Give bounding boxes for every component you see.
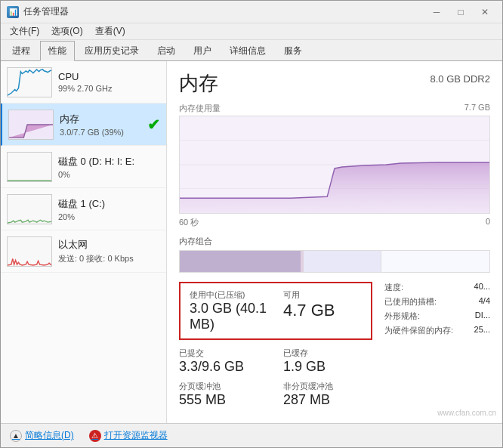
speed-label: 速度:	[384, 282, 403, 293]
memory-checkmark: ✔	[147, 116, 160, 134]
cpu-label: CPU	[58, 71, 160, 82]
menu-view[interactable]: 查看(V)	[89, 23, 131, 39]
main-window: 📊 任务管理器 ─ □ ✕ 文件(F) 选项(O) 查看(V) 进程 性能 应用…	[0, 0, 503, 448]
nonpaged-pool-value: 287 MB	[283, 392, 372, 408]
reserved-value: 25...	[474, 325, 490, 336]
svg-rect-2	[8, 195, 51, 224]
bottom-bar: ▲ 简略信息(D) ⚠ 打开资源监视器	[1, 423, 502, 447]
cached-group: 已缓存 1.9 GB	[283, 348, 372, 375]
disk0-sublabel: 0%	[58, 170, 160, 179]
right-panel: 内存 8.0 GB DDR2 内存使用量 7.7 GB	[167, 61, 502, 423]
memory-chart	[179, 116, 490, 214]
network-graph	[7, 236, 52, 267]
app-icon: 📊	[7, 6, 19, 18]
ethernet-label: 以太网	[58, 238, 160, 252]
form-value: DI...	[475, 311, 490, 322]
slots-label: 已使用的插槽:	[384, 296, 437, 307]
window-controls: ─ □ ✕	[425, 5, 496, 20]
tab-services[interactable]: 服务	[276, 41, 310, 60]
tab-details[interactable]: 详细信息	[221, 41, 274, 60]
composition-bar	[179, 250, 490, 273]
committed-group: 已提交 3.3/9.6 GB	[179, 348, 268, 375]
chart-label-row: 内存使用量 7.7 GB	[179, 103, 490, 114]
memory-sublabel: 3.0/7.7 GB (39%)	[60, 128, 144, 137]
tab-startup[interactable]: 启动	[149, 41, 184, 60]
in-use-group: 使用中(已压缩) 3.0 GB (40.1 MB)	[190, 289, 268, 332]
tabs-bar: 进程 性能 应用历史记录 启动 用户 详细信息 服务	[1, 40, 502, 61]
ethernet-sublabel: 发送: 0 接收: 0 Kbps	[58, 253, 160, 264]
in-use-label: 使用中(已压缩)	[190, 289, 268, 301]
panel-title: 内存	[179, 70, 218, 97]
menu-file[interactable]: 文件(F)	[4, 23, 45, 39]
speed-row: 速度: 40...	[384, 282, 490, 293]
comp-free	[381, 251, 489, 272]
nonpaged-pool-group: 非分页缓冲池 287 MB	[283, 381, 372, 408]
minimize-button[interactable]: ─	[425, 5, 448, 20]
watermark: www.cfan.com.cn	[437, 409, 496, 417]
monitor-label: 打开资源监视器	[104, 429, 168, 442]
form-label: 外形规格:	[384, 311, 420, 322]
stats-area: 使用中(已压缩) 3.0 GB (40.1 MB) 可用 4.7 GB 已提交 …	[179, 282, 490, 416]
cpu-sublabel: 99% 2.70 GHz	[58, 84, 160, 93]
committed-value: 3.3/9.6 GB	[179, 359, 268, 375]
summary-label: 简略信息(D)	[25, 429, 74, 442]
disk0-label: 磁盘 0 (D: H: I: E:	[58, 155, 160, 168]
speed-value: 40...	[474, 282, 490, 293]
title-bar: 📊 任务管理器 ─ □ ✕	[1, 1, 502, 23]
left-stats: 使用中(已压缩) 3.0 GB (40.1 MB) 可用 4.7 GB 已提交 …	[179, 282, 372, 416]
disk1-sublabel: 20%	[58, 212, 160, 221]
main-content: CPU 99% 2.70 GHz 内存 3.0/7.7 GB (39%) ✔	[1, 61, 502, 423]
nonpaged-pool-label: 非分页缓冲池	[283, 381, 372, 392]
slots-value: 4/4	[479, 296, 490, 307]
close-button[interactable]: ✕	[474, 5, 496, 20]
slots-row: 已使用的插槽: 4/4	[384, 296, 490, 307]
memory-graph	[8, 110, 54, 140]
time-left: 60 秒	[179, 217, 199, 228]
panel-header: 内存 8.0 GB DDR2	[179, 70, 490, 97]
paged-pool-label: 分页缓冲池	[179, 381, 268, 392]
paged-pool-group: 分页缓冲池 555 MB	[179, 381, 268, 408]
committed-label: 已提交	[179, 348, 268, 359]
disk1-label: 磁盘 1 (C:)	[58, 197, 160, 211]
tab-users[interactable]: 用户	[185, 41, 220, 60]
time-labels: 60 秒 0	[179, 217, 490, 228]
reserved-row: 为硬件保留的内存: 25...	[384, 325, 490, 336]
available-value: 4.7 GB	[283, 301, 362, 320]
tab-performance[interactable]: 性能	[40, 41, 75, 61]
summary-link[interactable]: ▲ 简略信息(D)	[10, 429, 74, 442]
main-stats-box: 使用中(已压缩) 3.0 GB (40.1 MB) 可用 4.7 GB	[179, 282, 372, 340]
sidebar-item-disk0[interactable]: 磁盘 0 (D: H: I: E: 0%	[1, 146, 166, 188]
monitor-link[interactable]: ⚠ 打开资源监视器	[89, 429, 168, 442]
svg-rect-3	[8, 237, 51, 266]
window-title: 任务管理器	[23, 5, 425, 18]
summary-icon: ▲	[10, 430, 22, 442]
sidebar-item-disk1[interactable]: 磁盘 1 (C:) 20%	[1, 188, 166, 230]
comp-standby	[304, 251, 381, 272]
sidebar-item-ethernet[interactable]: 以太网 发送: 0 接收: 0 Kbps	[1, 230, 166, 273]
usage-max: 7.7 GB	[464, 103, 490, 114]
menu-bar: 文件(F) 选项(O) 查看(V)	[1, 23, 502, 40]
disk1-graph	[7, 194, 52, 224]
composition-label: 内存组合	[179, 236, 490, 247]
reserved-label: 为硬件保留的内存:	[384, 325, 453, 336]
sidebar-item-memory[interactable]: 内存 3.0/7.7 GB (39%) ✔	[1, 104, 166, 146]
time-right: 0	[486, 217, 490, 228]
available-group: 可用 4.7 GB	[283, 289, 362, 332]
in-use-value: 3.0 GB (40.1 MB)	[190, 301, 268, 332]
sidebar: CPU 99% 2.70 GHz 内存 3.0/7.7 GB (39%) ✔	[1, 61, 167, 423]
sidebar-item-cpu[interactable]: CPU 99% 2.70 GHz	[1, 61, 166, 104]
cpu-graph	[7, 67, 52, 97]
svg-rect-1	[8, 153, 51, 181]
menu-options[interactable]: 选项(O)	[45, 23, 88, 39]
cpu-info: CPU 99% 2.70 GHz	[58, 71, 160, 93]
maximize-button[interactable]: □	[449, 5, 472, 20]
tab-processes[interactable]: 进程	[4, 41, 39, 60]
usage-label: 内存使用量	[179, 103, 221, 114]
right-stats: 速度: 40... 已使用的插槽: 4/4 外形规格: DI... 为硬件保留的…	[384, 282, 490, 416]
panel-title-group: 内存	[179, 70, 218, 97]
memory-label: 内存	[60, 113, 144, 126]
extra-stats: 已提交 3.3/9.6 GB 已缓存 1.9 GB 分页缓冲池 555 MB	[179, 348, 372, 408]
form-row: 外形规格: DI...	[384, 311, 490, 322]
monitor-icon: ⚠	[89, 430, 101, 442]
tab-app-history[interactable]: 应用历史记录	[76, 41, 147, 60]
